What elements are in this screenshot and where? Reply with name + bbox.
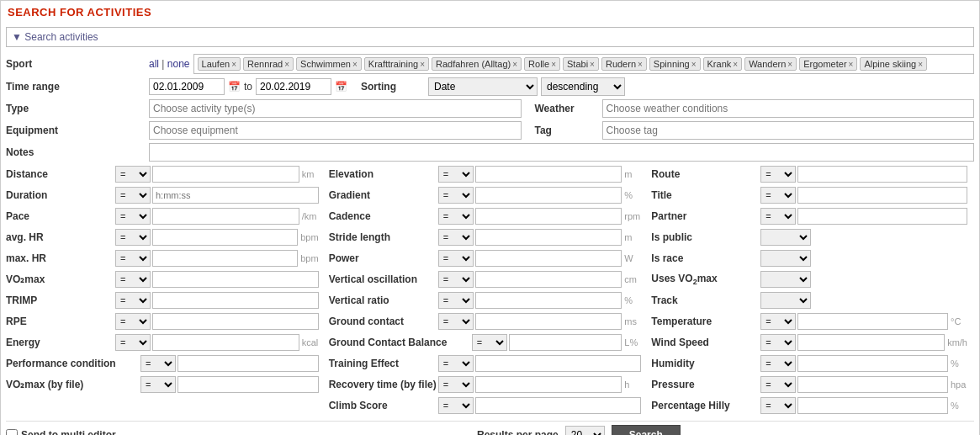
filter-input-energy[interactable] <box>152 334 299 351</box>
filter-input-gradient[interactable] <box>475 187 622 204</box>
sport-none-link[interactable]: none <box>167 58 190 70</box>
filter-input-pace[interactable] <box>152 208 299 225</box>
filter-input-ground_contact[interactable] <box>475 313 622 330</box>
equipment-input[interactable] <box>149 121 522 140</box>
sport-tag-remove[interactable]: × <box>231 60 236 69</box>
filter-input-trimp[interactable] <box>152 292 319 309</box>
filter-dropdown-is_public[interactable] <box>760 229 811 246</box>
filter-input-title[interactable] <box>797 187 967 204</box>
filter-op-gradient[interactable]: =<><=>=!= <box>438 187 474 204</box>
filter-op-vert_osc[interactable]: =<><=>=!= <box>438 271 474 288</box>
filter-op-vo2max[interactable]: =<><=>=!= <box>115 271 151 288</box>
filter-input-humidity[interactable] <box>797 355 948 372</box>
results-per-page-select[interactable]: 102050100 <box>565 426 605 435</box>
sport-all-link[interactable]: all <box>149 58 159 70</box>
filter-op-rpe[interactable]: =<><=>=!= <box>115 313 151 330</box>
time-to-input[interactable] <box>256 78 331 95</box>
filter-op-humidity[interactable]: =<><=>=!= <box>760 355 796 372</box>
notes-input[interactable] <box>149 143 974 162</box>
sport-tag-remove[interactable]: × <box>551 60 556 69</box>
filter-op-max_hr[interactable]: =<><=>=!= <box>115 250 151 267</box>
search-panel-toggle[interactable]: Search activities <box>12 31 968 43</box>
sorting-order-select[interactable]: descendingascending <box>541 77 625 96</box>
filter-input-recovery_time[interactable] <box>475 376 622 393</box>
filter-label-vo2max_file: VO₂max (by file) <box>6 379 140 390</box>
filter-op-title[interactable]: =<><=>=!= <box>760 187 796 204</box>
filter-input-temperature[interactable] <box>797 313 948 330</box>
sport-tag-remove[interactable]: × <box>352 60 358 69</box>
type-input[interactable] <box>149 99 522 118</box>
filter-op-duration[interactable]: =<><=>=!= <box>115 187 151 204</box>
filter-input-vert_ratio[interactable] <box>475 292 622 309</box>
sport-tag-remove[interactable]: × <box>590 60 595 69</box>
filter-op-elevation[interactable]: =<><=>=!= <box>438 166 474 183</box>
filter-op-ground_contact[interactable]: =<><=>=!= <box>438 313 474 330</box>
sorting-field-select[interactable]: DateDistanceDurationPace <box>428 77 538 96</box>
sport-tag-remove[interactable]: × <box>918 60 923 69</box>
filter-op-route[interactable]: =<><=>=!= <box>760 166 796 183</box>
filter-dropdown-is_race[interactable] <box>760 250 811 267</box>
filter-input-partner[interactable] <box>797 208 967 225</box>
filter-input-distance[interactable] <box>152 166 299 183</box>
filter-op-climb_score[interactable]: =<><=>=!= <box>438 397 474 414</box>
sport-tag-remove[interactable]: × <box>849 60 854 69</box>
filter-op-partner[interactable]: =<><=>=!= <box>760 208 796 225</box>
sport-tag-remove[interactable]: × <box>733 60 738 69</box>
filter-op-avg_hr[interactable]: =<><=>=!= <box>115 229 151 246</box>
filter-label-avg_hr: avg. HR <box>6 231 115 243</box>
sport-tag-remove[interactable]: × <box>787 60 792 69</box>
filter-input-duration[interactable] <box>152 187 319 204</box>
filter-op-power[interactable]: =<><=>=!= <box>438 250 474 267</box>
filter-input-pressure[interactable] <box>797 376 948 393</box>
filter-op-training_effect[interactable]: =<><=>=!= <box>438 355 474 372</box>
filter-op-wind_speed[interactable]: =<><=>=!= <box>760 334 796 351</box>
filter-input-pct_hilly[interactable] <box>797 397 948 414</box>
sport-tag-remove[interactable]: × <box>284 60 289 69</box>
filter-input-perf_cond[interactable] <box>177 355 319 372</box>
filter-input-wind_speed[interactable] <box>797 334 945 351</box>
filter-input-training_effect[interactable] <box>475 355 642 372</box>
filter-op-stride_length[interactable]: =<><=>=!= <box>438 229 474 246</box>
filter-op-cadence[interactable]: =<><=>=!= <box>438 208 474 225</box>
filter-input-vert_osc[interactable] <box>475 271 622 288</box>
filter-input-elevation[interactable] <box>475 166 622 183</box>
filter-row-pct_hilly: Percentage Hilly=<><=>=!=% <box>651 396 974 415</box>
filter-input-vo2max_file[interactable] <box>177 376 319 393</box>
sport-tag-remove[interactable]: × <box>420 60 425 69</box>
filter-input-stride_length[interactable] <box>475 229 622 246</box>
tag-input[interactable] <box>602 121 975 140</box>
filter-op-pressure[interactable]: =<><=>=!= <box>760 376 796 393</box>
filter-op-vo2max_file[interactable]: =<><=>=!= <box>140 376 176 393</box>
filter-dropdown-track[interactable] <box>760 292 811 309</box>
filter-dropdown-uses_vo2max[interactable] <box>760 271 811 288</box>
sport-tag-remove[interactable]: × <box>512 60 517 69</box>
filter-op-temperature[interactable]: =<><=>=!= <box>760 313 796 330</box>
filter-input-cadence[interactable] <box>475 208 622 225</box>
filter-input-route[interactable] <box>797 166 967 183</box>
send-to-multi-editor-checkbox[interactable] <box>6 429 18 435</box>
filter-op-vert_ratio[interactable]: =<><=>=!= <box>438 292 474 309</box>
filter-op-gcb[interactable]: =<><=>=!= <box>472 334 507 351</box>
filter-input-max_hr[interactable] <box>152 250 298 267</box>
filter-op-pct_hilly[interactable]: =<><=>=!= <box>760 397 796 414</box>
sport-tag-remove[interactable]: × <box>691 60 697 69</box>
filter-op-trimp[interactable]: =<><=>=!= <box>115 292 151 309</box>
time-range-fields: 📅 to 📅 <box>149 78 347 95</box>
filter-op-energy[interactable]: =<><=>=!= <box>115 334 151 351</box>
filter-controls-stride_length: =<><=>=!=m <box>438 229 642 246</box>
filter-op-perf_cond[interactable]: =<><=>=!= <box>140 355 176 372</box>
filter-input-rpe[interactable] <box>152 313 319 330</box>
filter-input-gcb[interactable] <box>509 334 622 351</box>
filter-input-climb_score[interactable] <box>475 397 642 414</box>
filter-controls-rpe: =<><=>=!= <box>115 313 319 330</box>
filter-op-distance[interactable]: =<><=>=!= <box>115 166 151 183</box>
sport-tag-remove[interactable]: × <box>638 60 643 69</box>
weather-input[interactable] <box>602 99 975 118</box>
filter-op-recovery_time[interactable]: =<><=>=!= <box>438 376 474 393</box>
filter-input-avg_hr[interactable] <box>152 229 298 246</box>
filter-input-vo2max[interactable] <box>152 271 319 288</box>
time-from-input[interactable] <box>149 78 225 95</box>
filter-input-power[interactable] <box>475 250 622 267</box>
search-button[interactable]: Search <box>612 425 681 435</box>
filter-op-pace[interactable]: =<><=>=!= <box>115 208 151 225</box>
